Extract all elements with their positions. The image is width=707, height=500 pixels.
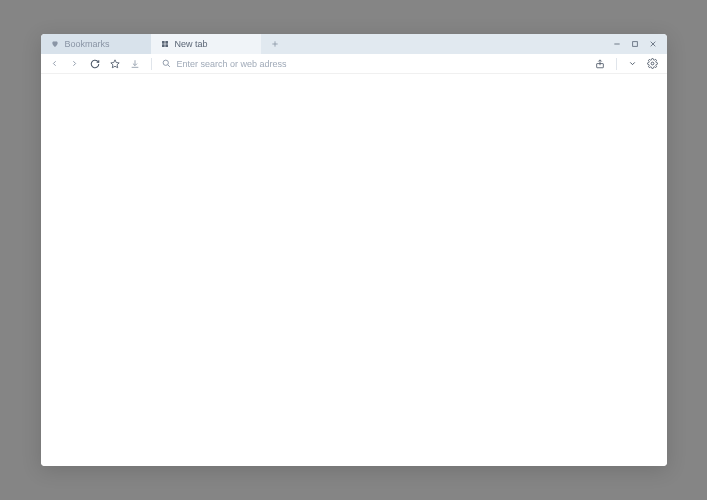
- toolbar-divider-right: [616, 58, 617, 70]
- chevron-down-button[interactable]: [627, 58, 639, 70]
- toolbar-right-group: [594, 58, 659, 70]
- svg-line-13: [167, 65, 169, 67]
- tab-bookmarks[interactable]: Bookmarks: [41, 34, 151, 54]
- address-bar: [162, 59, 586, 69]
- back-button[interactable]: [49, 58, 61, 70]
- svg-point-15: [651, 62, 654, 65]
- forward-button[interactable]: [69, 58, 81, 70]
- close-button[interactable]: [647, 38, 659, 50]
- tab-label: Bookmarks: [65, 39, 110, 49]
- window-controls: [603, 34, 667, 54]
- svg-rect-1: [165, 41, 168, 44]
- tab-new-tab[interactable]: New tab: [151, 34, 261, 54]
- heart-icon: [51, 40, 59, 48]
- maximize-button[interactable]: [629, 38, 641, 50]
- reload-button[interactable]: [89, 58, 101, 70]
- search-icon: [162, 59, 171, 68]
- grid-icon: [161, 40, 169, 48]
- browser-window: Bookmarks New tab: [41, 34, 667, 466]
- tab-bar: Bookmarks New tab: [41, 34, 667, 54]
- svg-rect-2: [162, 44, 165, 47]
- minimize-button[interactable]: [611, 38, 623, 50]
- svg-point-12: [163, 60, 168, 65]
- settings-button[interactable]: [647, 58, 659, 70]
- svg-rect-7: [632, 42, 637, 47]
- tab-label: New tab: [175, 39, 208, 49]
- address-input[interactable]: [177, 59, 586, 69]
- toolbar-divider: [151, 58, 152, 70]
- svg-rect-0: [162, 41, 165, 44]
- svg-marker-10: [110, 59, 118, 67]
- nav-group: [49, 58, 141, 70]
- tab-spacer: [261, 34, 603, 54]
- bookmark-star-button[interactable]: [109, 58, 121, 70]
- svg-rect-3: [165, 44, 168, 47]
- download-button[interactable]: [129, 58, 141, 70]
- page-content: [41, 74, 667, 466]
- toolbar: [41, 54, 667, 74]
- share-button[interactable]: [594, 58, 606, 70]
- new-tab-button[interactable]: [265, 34, 285, 54]
